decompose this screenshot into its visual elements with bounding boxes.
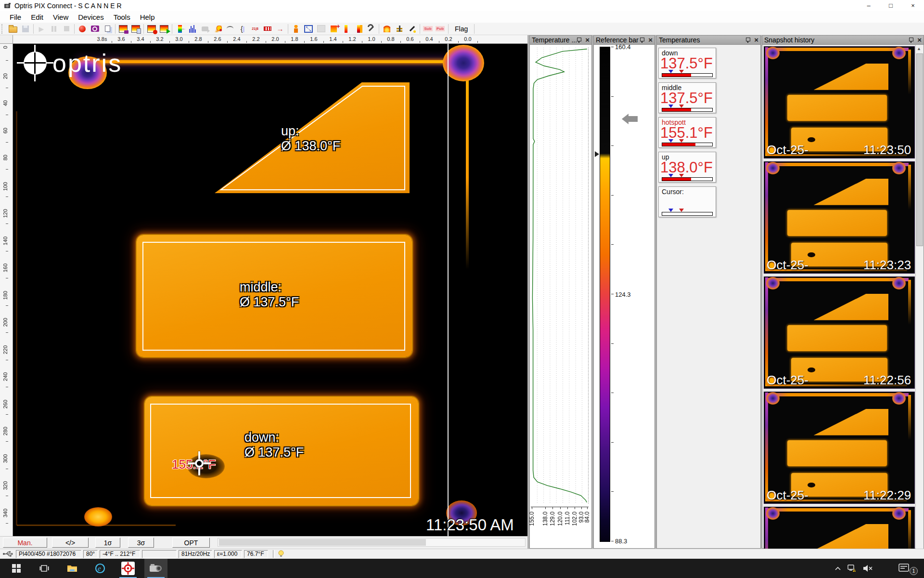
- thumb-corner-top-left: [766, 392, 780, 405]
- fullscreen-button[interactable]: [302, 23, 315, 35]
- menu-item-tools[interactable]: Tools: [109, 12, 135, 23]
- palette-select-button[interactable]: [174, 23, 186, 35]
- history-panel-header: Snapshot history ×: [762, 36, 924, 45]
- hruler-tick: [227, 41, 228, 43]
- snapshot-scrollbar[interactable]: ▲: [915, 45, 924, 549]
- tray-show-hidden-icons[interactable]: [832, 559, 844, 578]
- profile-axis-tick: [532, 507, 532, 509]
- menu-item-devices[interactable]: Devices: [73, 12, 108, 23]
- view-button-opt[interactable]: OPT: [172, 538, 210, 548]
- menu-item-help[interactable]: Help: [135, 12, 160, 23]
- profile-axis-tick: [587, 507, 588, 509]
- pix-connect-camera-button[interactable]: [144, 559, 167, 578]
- profile-chart-button[interactable]: [224, 23, 236, 35]
- vruler-tick: [6, 197, 8, 197]
- flag-button[interactable]: Flag: [450, 23, 473, 35]
- thermal-play-button[interactable]: [158, 23, 170, 35]
- pub-button[interactable]: [434, 23, 447, 35]
- close-icon[interactable]: ×: [585, 37, 590, 43]
- thermal-copy-button[interactable]: [129, 23, 142, 35]
- sub-button[interactable]: [422, 23, 434, 35]
- thermal-snapshot-button[interactable]: [117, 23, 129, 35]
- snapshot-thumbnail[interactable]: Oct-25-11:23:23: [764, 161, 915, 274]
- palette-cursor-marker[interactable]: [595, 151, 599, 157]
- close-icon[interactable]: ×: [754, 37, 758, 43]
- task-view-button[interactable]: [33, 559, 56, 578]
- action-center-button[interactable]: 1: [893, 559, 914, 578]
- profile-axis-label: 155.0: [528, 512, 535, 526]
- menu-item-edit[interactable]: Edit: [26, 12, 48, 23]
- hruler-tick: [458, 41, 459, 43]
- scroll-up-icon[interactable]: ▲: [917, 46, 921, 51]
- file-explorer-button[interactable]: [61, 559, 84, 578]
- digital-display-button[interactable]: [249, 23, 261, 35]
- config-wrench-button[interactable]: [406, 23, 418, 35]
- snapshot-thumbnail[interactable]: [764, 507, 915, 549]
- alarm-figure-button[interactable]: [290, 23, 302, 35]
- snapshot-camera-button[interactable]: [89, 23, 101, 35]
- pin-icon[interactable]: [640, 37, 644, 43]
- brace-icon: [238, 25, 247, 33]
- palette-plus-button[interactable]: [327, 23, 340, 35]
- view-button-man[interactable]: Man.: [3, 538, 47, 548]
- optris-app-button[interactable]: [116, 559, 140, 578]
- maximize-button[interactable]: □: [880, 0, 902, 11]
- toolbar-grip[interactable]: [1, 24, 5, 34]
- play-button[interactable]: [35, 23, 48, 35]
- layout-button[interactable]: [315, 23, 327, 35]
- pin-icon[interactable]: [909, 37, 913, 43]
- measure-areas-button[interactable]: [261, 23, 274, 35]
- palette-bar2-button[interactable]: [352, 23, 365, 35]
- histogram-button[interactable]: [186, 23, 199, 35]
- region-down-name: down:: [244, 430, 304, 445]
- stop-button[interactable]: [60, 23, 73, 35]
- snapshot-thumbnail[interactable]: Oct-25-11:23:50: [764, 46, 915, 158]
- brace-button[interactable]: [236, 23, 249, 35]
- snapshot-thumbnail[interactable]: Oct-25-11:22:29: [764, 392, 915, 504]
- video-settings-button[interactable]: [199, 23, 211, 35]
- temp-arrow-button[interactable]: [274, 23, 286, 35]
- pin-icon[interactable]: [745, 37, 750, 43]
- image-horizontal-scrollbar[interactable]: [218, 538, 526, 547]
- copy-button[interactable]: [101, 23, 114, 35]
- thermal-image-canvas[interactable]: up: Ø 138.0°F middle: Ø 137.5°F down: Ø …: [13, 44, 527, 536]
- palette-color-bar[interactable]: [600, 47, 610, 542]
- vertical-cursor-line[interactable]: [448, 44, 449, 536]
- scrollbar-thumb[interactable]: [219, 539, 426, 546]
- thermal-record-button[interactable]: [145, 23, 158, 35]
- menu-item-view[interactable]: View: [48, 12, 73, 23]
- hotspot-crosshair-icon[interactable]: [188, 451, 211, 475]
- open-file-button[interactable]: [7, 23, 19, 35]
- reference-scale-tick: [611, 145, 614, 146]
- record-button[interactable]: [76, 23, 89, 35]
- snapshot-thumbnail[interactable]: Oct-25-11:22:56: [764, 276, 915, 389]
- internet-explorer-button[interactable]: e: [89, 559, 112, 578]
- lightbulb-icon[interactable]: [278, 550, 284, 558]
- tray-network-icon[interactable]: [845, 559, 860, 578]
- minimize-button[interactable]: –: [858, 0, 880, 11]
- scale-max-label: 160.4: [615, 43, 631, 51]
- flame-button[interactable]: [381, 23, 393, 35]
- snapshot-time: 11:22:56: [863, 373, 911, 388]
- start-button[interactable]: [5, 559, 28, 578]
- card-range-bar: [662, 212, 713, 216]
- scrollbar-thumb[interactable]: [916, 53, 923, 246]
- locate-cross-button[interactable]: [393, 23, 406, 35]
- pause-button[interactable]: [48, 23, 60, 35]
- view-button-3[interactable]: 3σ: [128, 538, 154, 548]
- notification-badge: 1: [910, 567, 918, 575]
- color-correction-button[interactable]: [211, 23, 224, 35]
- view-button-1[interactable]: 1σ: [95, 538, 120, 548]
- save-button[interactable]: [19, 23, 32, 35]
- tools-wrench-button[interactable]: [365, 23, 377, 35]
- hruler-label: 3.2: [156, 36, 163, 42]
- thermal-record-icon: [147, 25, 156, 33]
- close-icon[interactable]: ×: [917, 37, 922, 43]
- close-icon[interactable]: ×: [648, 37, 653, 43]
- view-button-[interactable]: </>: [52, 538, 89, 548]
- pin-icon[interactable]: [577, 37, 581, 43]
- close-button[interactable]: ×: [902, 0, 924, 11]
- menu-item-file[interactable]: File: [5, 12, 26, 23]
- tray-volume-muted-icon[interactable]: [860, 559, 875, 578]
- palette-bar-button[interactable]: [340, 23, 352, 35]
